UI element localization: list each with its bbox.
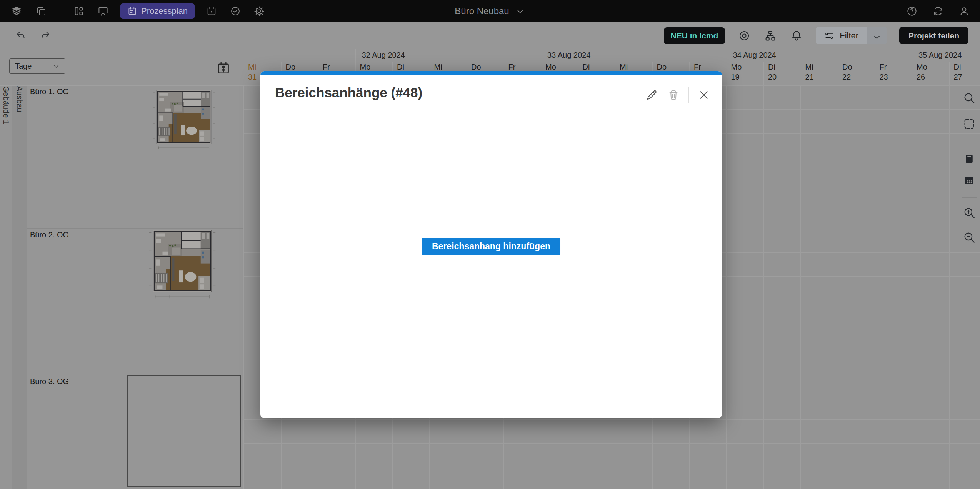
close-icon[interactable] — [697, 88, 710, 102]
add-bereichsanhang-label: Bereichsanhang hinzufügen — [432, 241, 550, 251]
dialog-accent-bar — [260, 71, 722, 75]
dialog-title: Bereichsanhänge (#48) — [275, 85, 422, 100]
trash-icon[interactable] — [667, 88, 680, 102]
edit-pencil-icon[interactable] — [645, 88, 658, 102]
add-bereichsanhang-button[interactable]: Bereichsanhang hinzufügen — [422, 238, 560, 255]
bereichsanhaenge-dialog: Bereichsanhänge (#48) Bereichsanhang hin… — [260, 71, 722, 418]
dialog-tools-divider — [688, 87, 689, 103]
